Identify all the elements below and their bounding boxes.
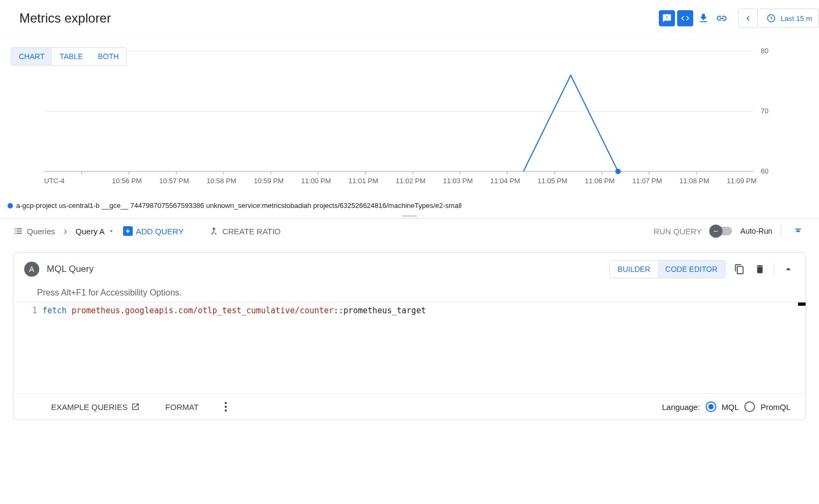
dots-vertical-icon xyxy=(225,402,227,412)
copy-icon[interactable] xyxy=(733,263,746,276)
legend-dot-icon xyxy=(8,203,13,208)
toggle-knob: − xyxy=(709,225,722,237)
timerange-label: Last 15 m xyxy=(780,15,812,23)
queries-breadcrumb[interactable]: Queries xyxy=(13,226,55,236)
panel-header: A MQL Query BUILDER CODE EDITOR xyxy=(13,253,806,286)
delete-icon[interactable] xyxy=(753,263,766,276)
merge-icon xyxy=(209,226,219,236)
code-line[interactable]: fetch prometheus.googleapis.com/otlp_tes… xyxy=(42,303,806,393)
legend-text: a-gcp-project us-central1-b __gce__ 7447… xyxy=(16,201,462,210)
link-icon[interactable] xyxy=(714,10,730,26)
list-icon xyxy=(13,226,24,236)
editor-mode-toggle: BUILDER CODE EDITOR xyxy=(609,260,725,278)
svg-text:11:06 PM: 11:06 PM xyxy=(585,177,615,185)
run-query-button[interactable]: RUN QUERY xyxy=(653,227,702,236)
svg-text:11:07 PM: 11:07 PM xyxy=(632,177,662,185)
query-bar: Queries › Query A + ADD QUERY CREATE RAT… xyxy=(0,218,819,243)
tab-both[interactable]: BOTH xyxy=(90,48,126,65)
auto-run-label: Auto-Run xyxy=(741,227,772,235)
view-tabs: CHART TABLE BOTH xyxy=(11,47,127,66)
plus-icon: + xyxy=(123,226,133,236)
svg-rect-37 xyxy=(795,228,801,229)
mql-label: MQL xyxy=(722,402,739,412)
code-path: prometheus.googleapis.com/otlp_test_cumu… xyxy=(71,306,334,315)
svg-text:10:59 PM: 10:59 PM xyxy=(254,177,284,185)
svg-text:11:02 PM: 11:02 PM xyxy=(396,177,426,185)
line-gutter: 1 xyxy=(13,303,42,393)
svg-text:11:03 PM: 11:03 PM xyxy=(443,177,473,185)
panel-footer: EXAMPLE QUERIES FORMAT Language: MQL Pro… xyxy=(13,393,806,420)
svg-text:11:09 PM: 11:09 PM xyxy=(727,177,757,185)
svg-text:11:04 PM: 11:04 PM xyxy=(490,177,520,185)
svg-text:10:56 PM: 10:56 PM xyxy=(112,177,142,185)
page-title: Metrics explorer xyxy=(19,11,111,26)
svg-text:70: 70 xyxy=(761,107,768,115)
chart-legend[interactable]: a-gcp-project us-central1-b __gce__ 7447… xyxy=(0,200,819,214)
radio-mql[interactable] xyxy=(706,401,716,412)
panel-header-left: A MQL Query xyxy=(24,262,94,277)
code-suffix: ::prometheus_target xyxy=(334,306,426,315)
more-options-button[interactable] xyxy=(225,402,227,412)
feedback-icon[interactable] xyxy=(659,10,675,26)
svg-text:10:57 PM: 10:57 PM xyxy=(159,177,189,185)
add-query-button[interactable]: + ADD QUERY xyxy=(123,226,184,236)
caret-down-icon xyxy=(108,228,114,234)
query-panel: A MQL Query BUILDER CODE EDITOR Press Al… xyxy=(13,252,806,420)
example-queries-button[interactable]: EXAMPLE QUERIES xyxy=(51,402,140,412)
chart-svg[interactable]: 80 70 60 UTC-4 10:56 PM 10:57 PM 10:58 P… xyxy=(8,39,811,190)
divider xyxy=(774,263,774,276)
query-bar-left: Queries › Query A + ADD QUERY CREATE RAT… xyxy=(13,226,281,237)
chevron-right-icon: › xyxy=(64,226,67,237)
auto-run-toggle[interactable]: − xyxy=(710,227,732,235)
code-editor-tab[interactable]: CODE EDITOR xyxy=(658,261,725,278)
collapse-all-icon[interactable] xyxy=(790,223,806,239)
panel-header-right: BUILDER CODE EDITOR xyxy=(609,260,795,278)
download-icon[interactable] xyxy=(695,10,712,26)
language-label: Language: xyxy=(662,402,700,412)
radio-promql[interactable] xyxy=(744,401,755,412)
format-button[interactable]: FORMAT xyxy=(166,402,199,412)
svg-text:10:58 PM: 10:58 PM xyxy=(206,177,236,185)
builder-tab[interactable]: BUILDER xyxy=(610,261,658,278)
tab-chart[interactable]: CHART xyxy=(11,48,52,65)
svg-text:11:01 PM: 11:01 PM xyxy=(348,177,378,185)
svg-point-18 xyxy=(615,169,621,174)
svg-text:11:00 PM: 11:00 PM xyxy=(301,177,331,185)
accessibility-hint: Press Alt+F1 for Accessibility Options. xyxy=(13,286,806,302)
code-keyword: fetch xyxy=(42,306,67,315)
svg-text:60: 60 xyxy=(761,167,768,175)
timerange-selector[interactable]: Last 15 m xyxy=(760,9,819,28)
external-link-icon xyxy=(131,402,140,411)
svg-text:11:05 PM: 11:05 PM xyxy=(537,177,567,185)
prev-timerange-button[interactable] xyxy=(738,9,758,28)
svg-text:UTC-4: UTC-4 xyxy=(44,177,64,185)
create-ratio-button[interactable]: CREATE RATIO xyxy=(209,226,281,236)
code-icon[interactable] xyxy=(677,10,693,26)
page-header: Metrics explorer Last 15 m xyxy=(0,0,819,39)
promql-label: PromQL xyxy=(760,402,791,412)
language-selector: Language: MQL PromQL xyxy=(662,401,791,412)
svg-text:11:08 PM: 11:08 PM xyxy=(679,177,709,185)
panel-title: MQL Query xyxy=(47,264,94,275)
query-bar-right: RUN QUERY − Auto-Run xyxy=(653,223,806,239)
scroll-indicator xyxy=(798,303,806,306)
current-query-dropdown[interactable]: Query A xyxy=(76,227,114,236)
code-editor[interactable]: 1 fetch prometheus.googleapis.com/otlp_t… xyxy=(13,302,806,393)
svg-text:80: 80 xyxy=(761,47,768,55)
header-actions: Last 15 m xyxy=(659,9,819,28)
query-badge: A xyxy=(24,262,39,277)
tab-table[interactable]: TABLE xyxy=(52,48,90,65)
clock-icon xyxy=(766,13,776,23)
divider xyxy=(781,225,781,237)
panel-footer-left: EXAMPLE QUERIES FORMAT xyxy=(51,402,227,412)
drag-handle[interactable] xyxy=(0,214,819,218)
collapse-panel-icon[interactable] xyxy=(782,263,795,276)
